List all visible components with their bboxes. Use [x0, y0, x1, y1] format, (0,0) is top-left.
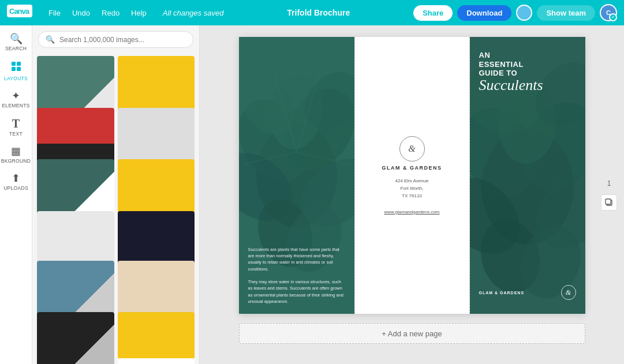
panel3-title-line2: ESSENTIAL [479, 60, 576, 69]
sidebar-label-layouts: LAYOUTS [4, 76, 28, 81]
address-line2: Fort Worth, [395, 185, 428, 193]
menu-help[interactable]: Help [126, 6, 151, 20]
topbar-right: Share Download Show team C ✓ [413, 4, 617, 21]
canva-logo[interactable]: Canva [7, 5, 32, 21]
layout-thumb-11[interactable] [37, 312, 114, 364]
panel1-text: Succulents are plants that have some par… [239, 237, 354, 314]
svg-rect-3 [17, 62, 21, 66]
panel2-logo-symbol: & [408, 144, 415, 154]
panel2-logo: & [399, 136, 425, 162]
brochure-panel-left[interactable]: Succulents are plants that have some par… [239, 37, 354, 314]
sidebar-label-elements: ELEMENTS [2, 103, 29, 108]
saved-indicator: All changes saved [163, 9, 224, 17]
brochure-container: Succulents are plants that have some par… [239, 37, 585, 314]
text-icon: T [12, 118, 20, 129]
panel3-title-block: AN ESSENTIAL GUIDE TO Succulents [479, 51, 576, 93]
panel3-title-line1: AN [479, 51, 576, 60]
panel3-brand-bottom: GLAM & GARDENS [479, 291, 525, 295]
panel3-logo-symbol: & [566, 288, 571, 297]
panel1-body: Succulents are plants that have some par… [248, 246, 345, 305]
panel3-cursive: Succulents [479, 78, 576, 93]
download-button[interactable]: Download [457, 5, 511, 21]
topbar-center: Trifold Brochure [233, 8, 404, 17]
brochure-panel-right[interactable]: AN ESSENTIAL GUIDE TO Succulents GLAM & … [470, 37, 585, 314]
search-input-wrap[interactable]: 🔍 [38, 31, 193, 48]
share-button[interactable]: Share [413, 5, 453, 21]
show-team-button[interactable]: Show team [537, 5, 595, 21]
doc-title[interactable]: Trifold Brochure [287, 8, 350, 17]
sidebar-item-layouts[interactable]: LAYOUTS [0, 57, 32, 85]
sidebar-item-background[interactable]: ▦ BKGROUND [0, 142, 32, 167]
panel3-content: AN ESSENTIAL GUIDE TO Succulents GLAM & … [470, 37, 585, 314]
sidebar-item-text[interactable]: T TEXT [0, 114, 32, 140]
page-number: 1 [607, 179, 611, 187]
svg-rect-33 [606, 199, 611, 204]
panel2-address: 424 Elm Avenue Fort Worth, TX 76110 [395, 178, 428, 200]
panel3-logo-bottom: & [561, 285, 576, 300]
background-icon: ▦ [11, 146, 21, 156]
panel2-brand: GLAM & GARDENS [382, 165, 442, 171]
elements-icon: ✦ [12, 91, 20, 101]
team-avatar [516, 5, 532, 21]
sidebar-label-search: SEARCH [5, 46, 27, 51]
sidebar-item-uploads[interactable]: ⬆ UPLOADS [0, 170, 32, 194]
address-line1: 424 Elm Avenue [395, 178, 428, 185]
main-area: 🔍 SEARCH LAYOUTS ✦ ELEMENTS T TEXT ▦ [0, 25, 624, 364]
sidebar: 🔍 SEARCH LAYOUTS ✦ ELEMENTS T TEXT ▦ [0, 25, 32, 364]
duplicate-button[interactable] [601, 194, 617, 211]
layouts-panel: 🔍 FREE FREE FREE FREE [32, 25, 200, 364]
address-line3: TX 76110 [395, 193, 428, 200]
sidebar-label-uploads: UPLOADS [3, 185, 28, 191]
svg-rect-2 [12, 62, 16, 66]
search-bar: 🔍 [32, 25, 199, 52]
layout-thumb-12[interactable]: FREE [118, 312, 195, 364]
add-page-bar[interactable]: + Add a new page [239, 323, 585, 344]
sidebar-label-text: TEXT [9, 131, 23, 137]
menu-redo[interactable]: Redo [97, 6, 124, 20]
topbar-menu: File Undo Redo Help [44, 6, 151, 20]
canvas-area[interactable]: Succulents are plants that have some par… [200, 25, 624, 364]
sidebar-item-elements[interactable]: ✦ ELEMENTS [0, 87, 32, 112]
panel3-bottom: GLAM & GARDENS & [479, 285, 576, 300]
brochure-panel-center[interactable]: & GLAM & GARDENS 424 Elm Avenue Fort Wor… [354, 37, 470, 314]
avatar-badge: ✓ [609, 13, 617, 21]
user-avatar[interactable]: C ✓ [600, 4, 617, 21]
uploads-icon: ⬆ [12, 173, 20, 183]
svg-rect-4 [12, 67, 16, 71]
search-input[interactable] [59, 36, 186, 44]
layouts-icon [10, 61, 22, 74]
search-icon-small: 🔍 [46, 35, 55, 44]
avatar-group [516, 5, 532, 21]
svg-text:Canva: Canva [9, 7, 30, 16]
topbar: Canva File Undo Redo Help All changes sa… [0, 0, 624, 25]
panel2-url: www.glamandgardens.com [384, 209, 439, 215]
svg-rect-5 [17, 67, 21, 71]
add-page-label: + Add a new page [382, 329, 442, 338]
layouts-grid: FREE FREE FREE FREE FREE [32, 52, 199, 364]
sidebar-item-search[interactable]: 🔍 SEARCH [0, 30, 32, 55]
sidebar-label-background: BKGROUND [1, 158, 31, 164]
menu-file[interactable]: File [44, 6, 65, 20]
search-icon: 🔍 [10, 33, 23, 44]
right-tools: 1 [601, 179, 617, 211]
menu-undo[interactable]: Undo [68, 6, 95, 20]
